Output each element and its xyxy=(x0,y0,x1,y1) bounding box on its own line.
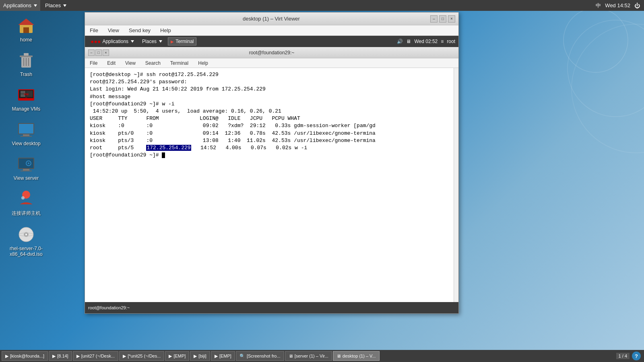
terminal-line-8: kiosk :0 :0 09:02 ?xdm? 29:12 0.33s gdm-… xyxy=(90,122,454,130)
taskbar-icon-biji: ▶ xyxy=(194,354,197,359)
terminal-maximize-btn[interactable]: □ xyxy=(95,49,102,56)
desktop-icon-connect-teacher[interactable]: 连接讲师主机 xyxy=(8,189,44,217)
virt-maximize-btn[interactable]: □ xyxy=(439,15,446,23)
inner-places-label: Places xyxy=(142,39,157,44)
terminal-menu-help[interactable]: Help xyxy=(196,60,210,67)
power-icon[interactable]: ⏻ xyxy=(634,2,640,9)
connect-teacher-icon xyxy=(17,189,36,208)
terminal-menu-edit[interactable]: Edit xyxy=(105,60,117,67)
terminal-line-5: [root@foundation29 ~]# w -i xyxy=(90,101,454,108)
trash-icon xyxy=(17,51,36,70)
terminal-window: – □ × root@foundation29:~ File Edit View… xyxy=(85,47,458,313)
places-menu-btn[interactable]: Places xyxy=(42,0,70,11)
terminal-menu-view[interactable]: View xyxy=(124,60,137,67)
inner-user: root xyxy=(447,39,455,44)
taskbar-label-kiosk: [kiosk@founda...] xyxy=(10,354,44,358)
taskbar-icon-kiosk: ▶ xyxy=(5,354,8,359)
desktop-icon-rhel-iso[interactable]: rhel-server-7.0-x86_64-dvd.iso xyxy=(8,225,44,257)
inner-time: Wed 02:52 xyxy=(414,39,438,44)
svg-rect-5 xyxy=(24,53,29,56)
desktop-icon-view-desktop[interactable]: View desktop xyxy=(8,120,44,146)
home-label: home xyxy=(20,37,32,43)
deco-circles xyxy=(483,0,644,241)
terminal-line-12: [root@foundation29 ~]# xyxy=(90,152,454,159)
virt-titlebar: desktop (1) – Virt Viewer – □ × xyxy=(85,12,458,25)
top-panel: Applications Places 中 Wed 14:52 ⏻ xyxy=(0,0,644,11)
desktop-icon-view-server[interactable]: View server xyxy=(8,154,44,181)
terminal-line-4: #host message xyxy=(90,93,454,101)
virt-viewer-window: desktop (1) – Virt Viewer – □ × File Vie… xyxy=(85,12,459,314)
virt-menu-help[interactable]: Help xyxy=(159,27,173,34)
terminal-scrollbar[interactable] xyxy=(454,68,458,302)
rhel-iso-label: rhel-server-7.0-x86_64-dvd.iso xyxy=(8,246,44,257)
taskbar-label-biji: [biji] xyxy=(198,354,206,358)
inner-panel-right: 🔊 🖥 Wed 02:52 ≡ root xyxy=(397,39,455,44)
view-server-label: View server xyxy=(14,175,39,181)
taskbar: ▶ [kiosk@founda...] ▶ [8.14] ▶ [unit27 (… xyxy=(0,350,644,362)
taskbar-item-emp1[interactable]: ▶ [EMP] xyxy=(165,351,189,361)
taskbar-help-btn[interactable]: ? xyxy=(632,352,641,360)
taskbar-item-unit25[interactable]: ▶ [*unit25 (~/Des... xyxy=(119,351,164,361)
desktop-icon-manage-vms[interactable]: VM ||| Manage VMs xyxy=(8,85,44,112)
inner-display-icon: 🖥 xyxy=(406,39,411,44)
virt-window-title: desktop (1) – Virt Viewer xyxy=(112,16,430,22)
taskbar-icon-unit25: ▶ xyxy=(123,354,126,359)
svg-marker-1 xyxy=(18,19,34,25)
svg-rect-17 xyxy=(19,124,33,134)
taskbar-item-desktop[interactable]: 🖥 desktop (1) – V... xyxy=(333,351,380,361)
top-panel-right: 中 Wed 14:52 ⏻ xyxy=(596,2,644,9)
virt-minimize-btn[interactable]: – xyxy=(430,15,438,23)
desktop-icon-home[interactable]: home xyxy=(8,16,44,43)
terminal-line-11: root pts/5 172.25.254.229 14:52 4.00s 0.… xyxy=(90,144,454,152)
top-lang: 中 xyxy=(596,2,601,9)
connect-teacher-label: 连接讲师主机 xyxy=(12,210,41,217)
places-arrow xyxy=(63,4,66,7)
manage-vms-icon: VM ||| xyxy=(17,85,36,105)
taskbar-item-emp2[interactable]: ▶ [EMP] xyxy=(211,351,235,361)
virt-menu-sendkey[interactable]: Send key xyxy=(127,27,152,34)
taskbar-item-biji[interactable]: ▶ [biji] xyxy=(190,351,210,361)
virt-menu-file[interactable]: File xyxy=(88,27,100,34)
inner-terminal-btn[interactable]: ▶ Terminal xyxy=(168,37,196,45)
svg-rect-18 xyxy=(23,134,29,136)
terminal-menu-terminal[interactable]: Terminal xyxy=(169,60,190,67)
terminal-statusbar: root@foundation29:~ xyxy=(85,302,458,313)
terminal-minimize-btn[interactable]: – xyxy=(88,49,95,56)
desktop-icon-trash[interactable]: Trash xyxy=(8,51,44,77)
terminal-content[interactable]: [root@desktop ~]# ssh root@172.25.254.22… xyxy=(85,68,458,302)
applications-menu-btn[interactable]: Applications xyxy=(0,0,40,11)
taskbar-item-kiosk[interactable]: ▶ [kiosk@founda...] xyxy=(2,351,48,361)
svg-point-32 xyxy=(564,8,628,72)
taskbar-icon-emp1: ▶ xyxy=(169,354,172,359)
taskbar-item-814[interactable]: ▶ [8.14] xyxy=(49,351,72,361)
svg-text:|||: ||| xyxy=(25,97,27,99)
inner-places-btn[interactable]: Places xyxy=(140,38,165,45)
inner-panel: ●●● Applications Places ▶ Terminal 🔊 🖥 W… xyxy=(85,36,458,47)
terminal-menu-search[interactable]: Search xyxy=(144,60,162,67)
terminal-line-3: Last login: Wed Aug 21 14:50:22 2019 fro… xyxy=(90,86,454,93)
svg-point-30 xyxy=(25,234,27,235)
inner-applications-label: Applications xyxy=(102,39,128,44)
view-desktop-icon xyxy=(17,120,36,139)
taskbar-icon-screenshot: 🔍 xyxy=(239,354,245,359)
inner-applications-btn[interactable]: ●●● Applications xyxy=(88,37,136,45)
manage-vms-label: Manage VMs xyxy=(12,106,41,112)
taskbar-icon-desktop: 🖥 xyxy=(336,354,341,358)
svg-point-27 xyxy=(21,196,25,200)
terminal-line-10: kiosk pts/3 :0 13:08 1:40 11.02s 42.53s … xyxy=(90,137,454,144)
taskbar-item-screenshot[interactable]: 🔍 [Screenshot fro... xyxy=(236,351,284,361)
terminal-line-9: kiosk pts/0 :0 09:14 12:36 0.78s 42.53s … xyxy=(90,130,454,137)
terminal-close-btn[interactable]: × xyxy=(103,49,109,56)
inner-places-arrow xyxy=(159,40,162,43)
taskbar-icon-emp2: ▶ xyxy=(215,354,218,359)
taskbar-icon-server: 🖥 xyxy=(289,354,293,358)
virt-menu-view[interactable]: View xyxy=(106,27,121,34)
terminal-statusbar-text: root@foundation29:~ xyxy=(88,305,130,310)
rhel-iso-icon xyxy=(17,225,36,244)
taskbar-item-unit27[interactable]: ▶ [unit27 (~/Desk... xyxy=(73,351,118,361)
svg-rect-2 xyxy=(23,27,29,33)
virt-close-btn[interactable]: × xyxy=(448,15,455,23)
taskbar-item-server[interactable]: 🖥 [server (1) – Vir... xyxy=(285,351,332,361)
terminal-menu-file[interactable]: File xyxy=(88,60,99,67)
view-server-icon xyxy=(17,154,36,174)
